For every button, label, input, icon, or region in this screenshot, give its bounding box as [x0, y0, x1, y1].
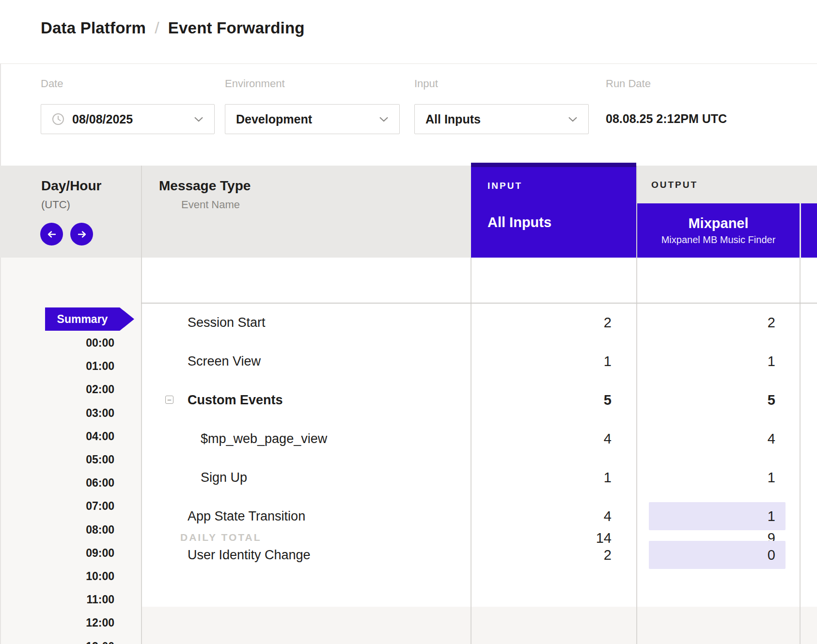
- breadcrumb: Data Platform / Event Forwarding: [41, 18, 305, 37]
- event-name-subheader: Event Name: [181, 199, 240, 211]
- summary-tab-label: Summary: [45, 307, 120, 331]
- input-cell-value: 2: [471, 303, 612, 342]
- environment-value: Development: [236, 112, 312, 126]
- arrow-left-icon: [46, 229, 58, 240]
- input-column-header[interactable]: INPUT All Inputs: [471, 163, 636, 258]
- summary-tab-arrow: [120, 307, 134, 331]
- chevron-down-icon: [194, 117, 204, 122]
- input-cell-value: 1: [471, 458, 612, 497]
- hour-row-label[interactable]: 01:00: [0, 360, 114, 373]
- input-cell-value: 5: [471, 381, 612, 419]
- breadcrumb-bar: Data Platform / Event Forwarding: [0, 0, 817, 64]
- environment-dropdown[interactable]: Development: [225, 104, 400, 134]
- clock-icon: [52, 113, 64, 125]
- input-cell-value: 1: [471, 342, 612, 381]
- event-row-label: Session Start: [188, 303, 266, 342]
- event-row-label: User Identity Change: [188, 536, 311, 574]
- message-type-header: Message Type: [159, 178, 251, 194]
- output-column-name: Mixpanel: [688, 215, 748, 231]
- hour-row-label[interactable]: 07:00: [0, 500, 114, 513]
- next-day-button[interactable]: [70, 223, 93, 245]
- breadcrumb-section[interactable]: Data Platform: [41, 19, 146, 37]
- output-cell-value: 0: [637, 536, 775, 574]
- breadcrumb-separator: /: [155, 18, 159, 37]
- table-row: −Custom Events55: [0, 381, 817, 419]
- hour-row-label[interactable]: 09:00: [0, 547, 114, 560]
- hour-row-label[interactable]: 00:00: [0, 337, 114, 350]
- output-column-header-partial[interactable]: [801, 203, 817, 258]
- hour-row-label[interactable]: 11:00: [0, 593, 114, 606]
- hour-row-label[interactable]: 04:00: [0, 430, 114, 443]
- hour-row-label[interactable]: 06:00: [0, 476, 114, 490]
- event-row-label: Screen View: [188, 342, 261, 381]
- output-cell-value: 1: [637, 342, 775, 381]
- event-row-label: Custom Events: [188, 381, 283, 419]
- chevron-down-icon: [568, 117, 578, 122]
- input-cell-value: 4: [471, 497, 612, 536]
- hour-row-label[interactable]: 12:00: [0, 616, 114, 629]
- output-cell-value: 4: [637, 419, 775, 458]
- date-value: 08/08/2025: [72, 112, 133, 126]
- hour-row-label[interactable]: 05:00: [0, 453, 114, 466]
- previous-day-button[interactable]: [40, 223, 63, 245]
- table-row: Sign Up11: [0, 458, 817, 497]
- table-row: Screen View11: [0, 342, 817, 381]
- hour-row-label[interactable]: 03:00: [0, 407, 114, 420]
- page-title: Event Forwarding: [168, 19, 305, 37]
- input-cell-value: 4: [471, 419, 612, 458]
- day-hour-subtitle: (UTC): [41, 199, 70, 211]
- output-cell-value: 1: [637, 497, 775, 536]
- daily-total-row: DAILY TOTAL 14 9: [0, 258, 817, 303]
- table-row: User Identity Change20: [0, 536, 817, 574]
- event-row-label: Sign Up: [201, 458, 247, 497]
- arrow-right-icon: [76, 229, 88, 240]
- output-cell-value: 5: [637, 381, 775, 419]
- output-column-subtitle: Mixpanel MB Music Finder: [661, 234, 776, 245]
- run-date-value: 08.08.25 2:12PM UTC: [606, 112, 727, 126]
- input-cell-value: 2: [471, 536, 612, 574]
- day-hour-header: Day/Hour: [41, 178, 101, 194]
- output-cell-value: 1: [637, 458, 775, 497]
- event-row-label: $mp_web_page_view: [201, 419, 327, 458]
- run-date-label: Run Date: [606, 77, 651, 90]
- output-cell-value: 2: [637, 303, 775, 342]
- date-dropdown[interactable]: 08/08/2025: [41, 104, 215, 134]
- output-section-label: OUTPUT: [651, 180, 698, 190]
- table-row: App State Transition41: [0, 497, 817, 536]
- environment-filter-label: Environment: [225, 77, 285, 90]
- hour-row-label[interactable]: 08:00: [0, 523, 114, 537]
- event-row-label: App State Transition: [188, 497, 305, 536]
- input-section-label: INPUT: [487, 181, 522, 191]
- output-column-header-mixpanel[interactable]: Mixpanel Mixpanel MB Music Finder: [637, 203, 800, 258]
- input-filter-label: Input: [414, 77, 438, 90]
- chevron-down-icon: [379, 117, 389, 122]
- hour-row-label[interactable]: 13:00: [0, 640, 114, 644]
- table-row: $mp_web_page_view44: [0, 419, 817, 458]
- hour-row-label[interactable]: 02:00: [0, 383, 114, 396]
- date-filter-label: Date: [41, 77, 63, 90]
- input-column-name: All Inputs: [487, 215, 551, 230]
- input-value: All Inputs: [425, 112, 481, 126]
- hour-row-label[interactable]: 10:00: [0, 570, 114, 583]
- input-dropdown[interactable]: All Inputs: [414, 104, 589, 134]
- collapse-icon[interactable]: −: [165, 396, 173, 404]
- table-footer-band: [141, 607, 817, 644]
